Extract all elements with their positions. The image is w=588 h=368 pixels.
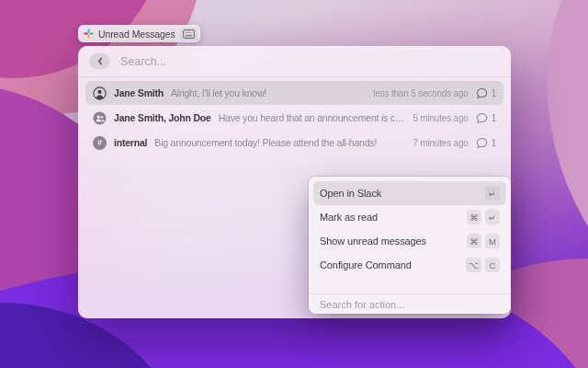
action-menu: Open in Slack ↵ Mark as read ⌘ ↵ Show un…	[309, 177, 511, 282]
command-tooltip-label: Unread Messages	[98, 29, 175, 40]
reply-count: 1	[492, 113, 496, 123]
menu-item-show-unread-messages[interactable]: Show unread messages ⌘ M	[313, 229, 506, 253]
action-panel-footer	[309, 293, 511, 314]
command-key-badge: ⌘	[467, 234, 481, 248]
search-input[interactable]	[120, 55, 500, 68]
message-meta: less than 5 seconds ago 1	[373, 87, 496, 99]
person-circle-icon	[93, 86, 107, 100]
message-title: Jane Smith	[114, 87, 164, 98]
message-title: Jane Smith, John Doe	[114, 112, 211, 123]
action-panel: Open in Slack ↵ Mark as read ⌘ ↵ Show un…	[309, 177, 511, 314]
reply-bubble-icon	[476, 112, 488, 124]
menu-item-configure-command[interactable]: Configure Command ⌥ C	[313, 253, 506, 277]
keyboard-icon	[180, 28, 198, 40]
search-bar	[78, 46, 511, 76]
message-title: internal	[114, 137, 147, 148]
back-button[interactable]	[89, 53, 110, 69]
reply-count: 1	[492, 138, 496, 148]
message-preview: Have you heard that an announcement is c…	[219, 112, 406, 123]
message-meta: 7 minutes ago 1	[413, 137, 496, 149]
action-search-input[interactable]	[309, 294, 511, 314]
return-key-badge: ↵	[485, 186, 500, 201]
message-list: Jane Smith Alright, I'll let you know! l…	[78, 77, 511, 155]
message-row[interactable]: # internal Big announcement today! Pleas…	[85, 131, 503, 155]
letter-key-badge: M	[485, 234, 500, 248]
reply-bubble-icon	[476, 87, 488, 99]
message-meta: 5 minutes ago 1	[413, 112, 496, 124]
reply-count: 1	[492, 88, 496, 98]
menu-item-open-in-slack[interactable]: Open in Slack ↵	[313, 181, 506, 205]
command-tooltip: Unread Messages	[78, 25, 200, 42]
option-key-badge: ⌥	[466, 258, 481, 272]
channel-hash-icon: #	[93, 136, 107, 150]
message-time: 5 minutes ago	[413, 113, 468, 123]
return-key-badge: ↵	[485, 210, 500, 224]
reply-bubble-icon	[476, 137, 488, 149]
people-circle-icon	[93, 111, 107, 125]
message-preview: Big announcement today! Please attend th…	[154, 137, 405, 148]
command-key-badge: ⌘	[467, 210, 481, 224]
message-time: less than 5 seconds ago	[373, 88, 468, 98]
message-row[interactable]: Jane Smith, John Doe Have you heard that…	[85, 106, 503, 130]
menu-item-mark-as-read[interactable]: Mark as read ⌘ ↵	[313, 205, 506, 229]
desktop: Unread Messages	[0, 0, 588, 368]
letter-key-badge: C	[485, 258, 500, 272]
message-row[interactable]: Jane Smith Alright, I'll let you know! l…	[85, 81, 503, 105]
chevron-left-icon	[95, 55, 106, 67]
message-preview: Alright, I'll let you know!	[171, 87, 366, 98]
message-time: 7 minutes ago	[413, 138, 468, 148]
slack-icon	[84, 29, 94, 39]
